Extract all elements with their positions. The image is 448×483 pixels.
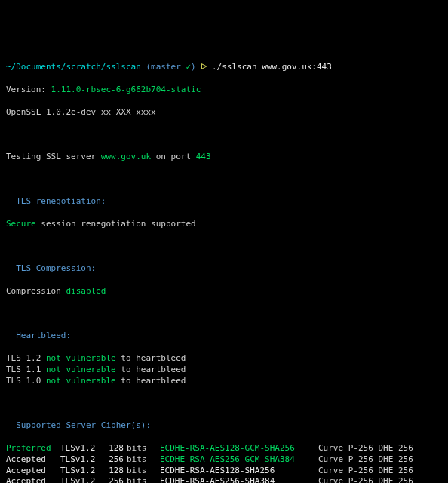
renegotiation-header-text: TLS renegotiation: [16,196,106,206]
cipher-row: AcceptedTLSv1.2256bitsECDHE-RSA-AES256-S… [6,476,442,483]
cipher-status: Preferred [6,443,60,454]
compression-line: Compression disabled [6,286,442,297]
cipher-proto: TLSv1.2 [60,466,103,477]
hb-status: not vulnerable [46,365,116,374]
cipher-name: ECDHE-RSA-AES256-SHA384 [160,476,318,483]
prompt-path: ~/Documents/scratch/sslscan [6,62,141,72]
cipher-curve: Curve P-256 DHE 256 [318,476,413,483]
cipher-proto: TLSv1.2 [60,476,103,483]
command-text[interactable]: ./sslscan www.gov.uk:443 [212,62,332,72]
cipher-name: ECDHE-RSA-AES256-GCM-SHA384 [160,454,318,466]
cipher-status: Accepted [6,476,60,483]
renegotiation-header: TLS renegotiation: [6,196,442,208]
heartbleed-list: TLS 1.2 not vulnerable to heartbleedTLS … [6,353,442,387]
heartbleed-header-text: Heartbleed: [16,331,71,340]
blank-line [6,309,442,320]
hb-proto: TLS 1.2 [6,353,46,363]
terminal-output: ~/Documents/scratch/sslscan (master ✓) ᐅ… [6,51,442,483]
cipher-row: AcceptedTLSv1.2128bitsECDHE-RSA-AES128-S… [6,466,442,477]
cipher-curve: Curve P-256 DHE 256 [318,443,413,454]
hb-suffix: to heartbleed [116,376,186,386]
ciphers-list: PreferredTLSv1.2128bitsECDHE-RSA-AES128-… [6,443,442,483]
hb-suffix: to heartbleed [116,365,186,374]
blank-line [6,174,442,186]
cipher-bits-label: bits [124,466,160,477]
heartbleed-row: TLS 1.0 not vulnerable to heartbleed [6,376,442,387]
heartbleed-row: TLS 1.2 not vulnerable to heartbleed [6,353,442,365]
cipher-name: ECDHE-RSA-AES128-SHA256 [160,466,318,477]
hb-proto: TLS 1.1 [6,365,46,374]
cipher-curve: Curve P-256 DHE 256 [318,454,413,466]
git-branch-close: ) [191,62,196,72]
testing-prefix: Testing SSL server [6,152,101,162]
testing-mid: on port [151,152,196,162]
version-label: Version: [6,85,46,94]
cipher-curve: Curve P-256 DHE 256 [318,466,413,477]
cipher-proto: TLSv1.2 [60,443,103,454]
cipher-bits: 128 [103,466,124,477]
cipher-bits: 128 [103,443,124,454]
cipher-bits-label: bits [124,443,160,454]
cipher-status: Accepted [6,454,60,466]
heartbleed-header: Heartbleed: [6,331,442,342]
compression-header: TLS Compression: [6,263,442,275]
cipher-bits-label: bits [124,454,160,466]
git-branch-open: (master [146,62,186,72]
testing-line: Testing SSL server www.gov.uk on port 44… [6,152,442,163]
hb-proto: TLS 1.0 [6,376,46,386]
testing-port: 443 [196,152,211,162]
prompt-line: ~/Documents/scratch/sslscan (master ✓) ᐅ… [6,62,442,73]
heartbleed-row: TLS 1.1 not vulnerable to heartbleed [6,365,442,376]
version-value: 1.11.0-rbsec-6-g662b704-static [51,85,201,94]
renegotiation-text: session renegotiation supported [36,219,196,229]
cipher-name: ECDHE-RSA-AES128-GCM-SHA256 [160,443,318,454]
compression-header-text: TLS Compression: [16,263,96,273]
openssl-line: OpenSSL 1.0.2e-dev xx XXX xxxx [6,107,442,118]
prompt-separator: ᐅ [196,62,212,72]
blank-line [6,129,442,140]
renegotiation-secure: Secure [6,219,36,229]
ciphers-header-text: Supported Server Cipher(s): [16,420,151,430]
hb-status: not vulnerable [46,376,116,386]
compression-status: disabled [66,286,106,296]
version-line: Version: 1.11.0-rbsec-6-g662b704-static [6,85,442,96]
cipher-row: PreferredTLSv1.2128bitsECDHE-RSA-AES128-… [6,443,442,454]
renegotiation-line: Secure session renegotiation supported [6,219,442,230]
cipher-bits: 256 [103,476,124,483]
blank-line [6,242,442,253]
compression-label: Compression [6,286,66,296]
hb-status: not vulnerable [46,353,116,363]
cipher-proto: TLSv1.2 [60,454,103,466]
ciphers-header: Supported Server Cipher(s): [6,420,442,432]
blank-line [6,398,442,410]
cipher-status: Accepted [6,466,60,477]
cipher-bits: 256 [103,454,124,466]
cipher-bits-label: bits [124,476,160,483]
testing-host: www.gov.uk [101,152,151,162]
hb-suffix: to heartbleed [116,353,186,363]
cipher-row: AcceptedTLSv1.2256bitsECDHE-RSA-AES256-G… [6,454,442,466]
